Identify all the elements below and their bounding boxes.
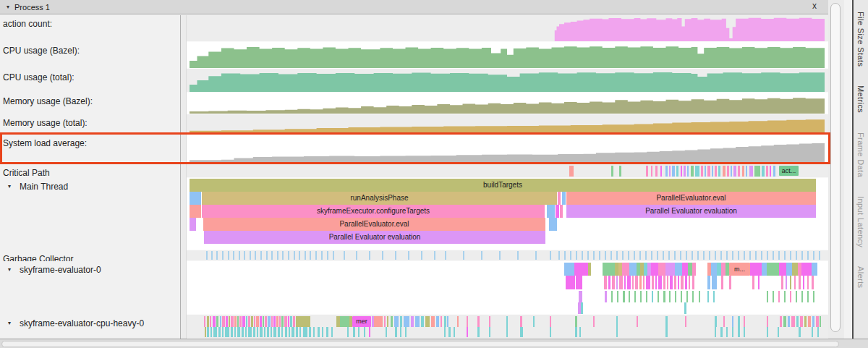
trace-slice[interactable] xyxy=(812,276,814,289)
gc-tick[interactable] xyxy=(434,251,435,260)
gc-tick[interactable] xyxy=(305,251,306,260)
flame-bar[interactable] xyxy=(549,218,557,231)
trace-slice[interactable] xyxy=(632,276,634,289)
trace-slice[interactable] xyxy=(331,327,333,337)
trace-slice[interactable] xyxy=(669,166,671,177)
gc-tick[interactable] xyxy=(715,251,716,260)
gc-tick[interactable] xyxy=(720,251,722,260)
trace-slice[interactable] xyxy=(813,291,814,302)
vertical-scrollbar[interactable] xyxy=(828,0,844,348)
trace-slice[interactable] xyxy=(767,263,779,276)
trace-slice[interactable] xyxy=(411,316,414,327)
trace-slice[interactable] xyxy=(477,316,480,327)
gc-tick[interactable] xyxy=(315,251,317,260)
trace-slice[interactable] xyxy=(273,327,276,337)
trace-slice[interactable] xyxy=(448,327,451,337)
trace-slice[interactable] xyxy=(796,316,799,327)
trace-slice[interactable] xyxy=(387,316,388,327)
trace-slice[interactable] xyxy=(732,316,733,327)
flame-bar[interactable] xyxy=(560,205,563,218)
trace-slice[interactable] xyxy=(640,291,642,302)
gc-tick[interactable] xyxy=(228,251,229,260)
trace-slice[interactable] xyxy=(758,276,760,289)
trace-slice[interactable] xyxy=(467,316,468,327)
trace-slice[interactable] xyxy=(750,263,762,276)
trace-slice[interactable] xyxy=(678,276,679,289)
trace-slice[interactable] xyxy=(415,316,420,327)
trace-slice[interactable] xyxy=(506,316,508,327)
gc-tick[interactable] xyxy=(732,251,733,260)
trace-slice[interactable] xyxy=(691,166,694,177)
gc-tick[interactable] xyxy=(801,251,803,260)
trace-slice[interactable] xyxy=(692,263,696,276)
trace-slice[interactable] xyxy=(405,327,407,337)
gc-tick[interactable] xyxy=(645,251,647,260)
trace-slice[interactable] xyxy=(489,316,490,327)
gc-tick[interactable] xyxy=(605,251,606,260)
trace-slice[interactable] xyxy=(400,327,401,337)
gc-tick[interactable] xyxy=(813,251,814,260)
trace-slice[interactable] xyxy=(237,327,240,337)
trace-slice[interactable] xyxy=(318,327,320,337)
track-chart-eval0[interactable]: m... xyxy=(187,261,828,315)
trace-slice[interactable] xyxy=(705,166,706,177)
sidebar-tab-metrics[interactable]: Metrics xyxy=(856,85,865,113)
trace-slice[interactable] xyxy=(629,263,637,276)
gc-tick[interactable] xyxy=(333,251,334,260)
trace-slice[interactable] xyxy=(744,316,745,327)
trace-slice[interactable] xyxy=(425,316,430,327)
gc-tick[interactable] xyxy=(674,251,676,260)
trace-slice[interactable] xyxy=(444,327,446,337)
trace-slice[interactable] xyxy=(566,276,575,289)
trace-slice[interactable] xyxy=(210,327,212,337)
gc-tick[interactable] xyxy=(408,251,409,260)
flame-bar[interactable] xyxy=(558,192,561,205)
trace-slice[interactable] xyxy=(799,276,801,289)
trace-slice[interactable] xyxy=(253,327,255,337)
trace-slice[interactable] xyxy=(260,316,262,327)
trace-slice[interactable] xyxy=(281,316,284,327)
trace-slice[interactable] xyxy=(611,291,613,302)
gc-tick[interactable] xyxy=(668,251,670,260)
trace-slice[interactable] xyxy=(744,327,745,337)
trace-slice[interactable] xyxy=(711,263,717,276)
trace-slice[interactable] xyxy=(520,327,523,337)
trace-slice[interactable] xyxy=(692,291,694,302)
trace-slice[interactable] xyxy=(431,316,435,327)
gc-tick[interactable] xyxy=(703,251,705,260)
trace-slice[interactable] xyxy=(477,327,480,337)
trace-slice[interactable] xyxy=(687,166,689,177)
gc-tick[interactable] xyxy=(382,251,383,260)
trace-slice[interactable] xyxy=(672,166,675,177)
trace-slice[interactable] xyxy=(285,327,287,337)
horizontal-scrollbar-thumb[interactable] xyxy=(1,341,839,347)
gc-tick[interactable] xyxy=(369,251,370,260)
trace-slice[interactable] xyxy=(660,166,662,177)
trace-slice[interactable] xyxy=(770,166,771,177)
flame-bar[interactable] xyxy=(190,205,201,218)
gc-tick[interactable] xyxy=(570,251,571,260)
trace-slice[interactable] xyxy=(655,166,658,177)
gc-tick[interactable] xyxy=(211,251,213,260)
trace-slice[interactable] xyxy=(204,316,205,327)
trace-slice[interactable] xyxy=(780,316,782,327)
sidebar-tab-alerts[interactable]: Alerts xyxy=(856,266,865,289)
trace-slice[interactable] xyxy=(222,327,224,337)
trace-slice[interactable] xyxy=(812,327,813,337)
gc-tick[interactable] xyxy=(807,251,809,260)
gc-tick[interactable] xyxy=(260,251,262,260)
trace-slice[interactable] xyxy=(619,166,621,177)
trace-slice[interactable] xyxy=(576,276,582,289)
gc-tick[interactable] xyxy=(499,251,501,260)
gc-tick[interactable] xyxy=(767,251,768,260)
trace-slice[interactable] xyxy=(643,276,644,289)
gc-tick[interactable] xyxy=(266,251,268,260)
trace-slice[interactable] xyxy=(276,316,278,327)
gc-tick[interactable] xyxy=(421,251,422,260)
trace-slice[interactable] xyxy=(779,263,786,276)
trace-slice[interactable] xyxy=(651,263,658,276)
trace-slice[interactable] xyxy=(207,316,209,327)
gc-tick[interactable] xyxy=(344,251,345,260)
trace-slice[interactable] xyxy=(605,291,607,302)
gc-tick[interactable] xyxy=(327,251,328,260)
